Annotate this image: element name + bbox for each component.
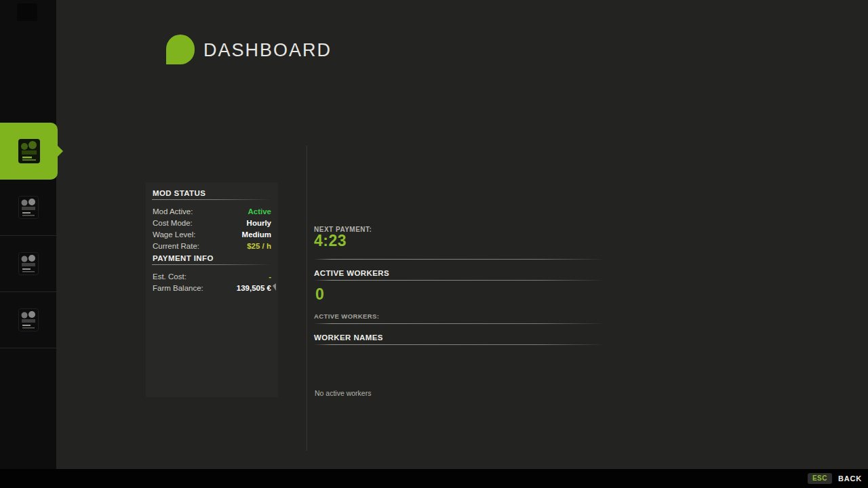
worker-names-header: WORKER NAMES (314, 333, 383, 342)
row-value: $25 / h (247, 242, 271, 250)
mod-icon (18, 252, 39, 275)
row-value: - (269, 272, 271, 281)
back-button[interactable]: BACK (838, 474, 862, 483)
sidebar-tab-4[interactable] (0, 292, 56, 348)
row-label: Cost Mode: (153, 219, 193, 227)
mod-status-title: MOD STATUS (151, 186, 273, 199)
row-label: Farm Balance: (153, 284, 203, 292)
divider-line (314, 323, 605, 324)
row-current-rate: Current Rate: $25 / h (151, 240, 273, 251)
section-underline (152, 264, 272, 265)
row-label: Wage Level: (153, 230, 196, 239)
row-cost-mode: Cost Mode: Hourly (151, 217, 273, 228)
vertical-divider (307, 146, 307, 451)
row-label: Mod Active: (153, 207, 193, 216)
esc-key-badge[interactable]: ESC (808, 473, 832, 484)
dashboard-screen: DASHBOARD MOD STATUS Mod Active: Active … (0, 0, 868, 488)
info-panel: MOD STATUS Mod Active: Active Cost Mode:… (146, 182, 278, 397)
active-workers-header: ACTIVE WORKERS (314, 269, 389, 277)
mod-icon (18, 308, 39, 331)
next-payment-value: 4:23 (314, 232, 347, 250)
dashboard-mod-icon (18, 138, 41, 164)
row-mod-active: Mod Active: Active (151, 205, 273, 217)
dashboard-logo-icon (166, 35, 195, 64)
payment-info-title: PAYMENT INFO (151, 251, 273, 264)
row-farm-balance: Farm Balance: 139,505 € (151, 282, 273, 293)
sidebar-tab-dashboard[interactable] (0, 123, 58, 180)
mod-icon (18, 196, 39, 219)
app-icon-slot (17, 3, 37, 21)
sidebar-tab-2[interactable] (0, 180, 56, 236)
row-est-cost: Est. Cost: - (151, 270, 273, 282)
divider-line (314, 344, 605, 345)
row-value: Hourly (247, 219, 271, 227)
page-title: DASHBOARD (203, 40, 332, 61)
divider-line (314, 259, 605, 260)
row-label: Est. Cost: (153, 272, 186, 281)
row-wage-level: Wage Level: Medium (151, 228, 273, 240)
active-workers-sublabel: ACTIVE WORKERS: (314, 312, 379, 320)
section-underline (152, 199, 272, 200)
empty-workers-message: No active workers (315, 389, 371, 397)
divider-line (314, 280, 605, 281)
row-value: Active (248, 207, 271, 216)
sidebar-tab-3[interactable] (0, 236, 56, 292)
active-workers-count: 0 (315, 285, 324, 304)
bottom-bar: ESC BACK (0, 469, 868, 488)
row-value: 139,505 € (237, 284, 271, 292)
row-label: Current Rate: (153, 242, 199, 250)
row-value: Medium (242, 230, 271, 239)
